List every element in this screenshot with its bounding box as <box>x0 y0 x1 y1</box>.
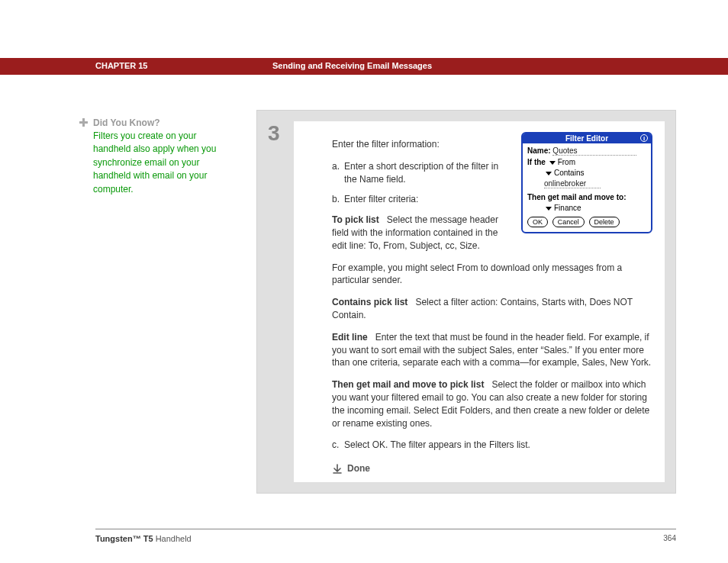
edit-text: Enter the text that must be found in the… <box>332 332 651 368</box>
filter-editor-title: Filter Editor <box>565 134 608 143</box>
edit-block: Edit line Enter the text that must be fo… <box>332 331 652 369</box>
fe-if-row: If the From <box>527 158 646 166</box>
footer-product-bold: Tungsten™ T5 <box>95 534 153 543</box>
then-block: Then get mail and move to pick list Sele… <box>332 378 652 429</box>
step-a: a.Enter a short description of the filte… <box>332 160 507 186</box>
footer-product-rest: Handheld <box>153 534 192 543</box>
info-icon[interactable]: i <box>640 134 648 142</box>
step-c: c.Select OK. The filter appears in the F… <box>332 439 652 452</box>
step-number: 3 <box>268 121 280 146</box>
fe-name-input[interactable]: Quotes <box>552 146 636 156</box>
done-label: Done <box>347 463 370 474</box>
fe-target-dropdown[interactable]: Finance <box>544 204 581 212</box>
then-label: Then get mail and move to pick list <box>332 379 484 390</box>
contains-block: Contains pick list Select a filter actio… <box>332 296 652 322</box>
footer-rule <box>95 529 676 529</box>
fe-button-row: OK Cancel Delete <box>527 217 646 227</box>
fe-value-row: onlinebroker <box>527 179 646 188</box>
done-arrow-icon <box>332 464 343 475</box>
fe-if-label: If the <box>527 158 546 166</box>
footer-product: Tungsten™ T5 Handheld <box>95 534 192 543</box>
fe-name-label: Name: <box>527 146 551 155</box>
filter-editor-dialog: Filter Editor i Name: Quotes If the From… <box>521 132 652 233</box>
filter-editor-title-bar: Filter Editor i <box>523 134 651 143</box>
footer-page-number: 364 <box>663 534 676 542</box>
did-you-know-sidebar: Did You Know? Filters you create on your… <box>79 117 224 196</box>
cancel-button[interactable]: Cancel <box>552 217 585 227</box>
fe-name-row: Name: Quotes <box>527 146 646 156</box>
ok-button[interactable]: OK <box>527 217 548 227</box>
step-c-text: Select OK. The filter appears in the Fil… <box>344 439 530 450</box>
delete-button[interactable]: Delete <box>589 217 620 227</box>
to-pick-text-2: For example, you might select From to do… <box>332 262 652 288</box>
to-pick-label: To pick list <box>332 214 379 225</box>
step-a-text: Enter a short description of the filter … <box>344 161 498 185</box>
step-content-box: 3 Enter the filter information: a.Enter … <box>256 110 676 494</box>
step-content-inner: Enter the filter information: a.Enter a … <box>294 121 665 482</box>
fe-from-dropdown[interactable]: From <box>548 158 575 166</box>
chapter-label: CHAPTER 15 <box>95 61 147 70</box>
step-b-text: Enter filter criteria: <box>344 194 418 204</box>
edit-label: Edit line <box>332 332 368 343</box>
fe-value-input[interactable]: onlinebroker <box>544 179 601 188</box>
contains-label: Contains pick list <box>332 297 407 307</box>
plus-icon <box>79 117 89 128</box>
did-you-know-body: Filters you create on your handheld also… <box>93 130 219 196</box>
done-row: Done <box>332 462 652 475</box>
fe-target-row: Finance <box>544 204 646 212</box>
fe-contains-dropdown[interactable]: Contains <box>544 169 584 177</box>
to-pick-block-1: To pick list Select the message header f… <box>332 214 507 252</box>
did-you-know-heading: Did You Know? <box>79 117 224 128</box>
fe-contains-row: Contains <box>544 169 646 177</box>
step-intro: Enter the filter information: <box>332 138 507 151</box>
did-you-know-heading-text: Did You Know? <box>93 117 160 128</box>
chapter-header-band: CHAPTER 15 Sending and Receiving Email M… <box>0 58 728 75</box>
chapter-title: Sending and Receiving Email Messages <box>272 61 432 70</box>
step-b: b.Enter filter criteria: <box>332 193 507 206</box>
fe-then-label: Then get mail and move to: <box>527 193 646 201</box>
